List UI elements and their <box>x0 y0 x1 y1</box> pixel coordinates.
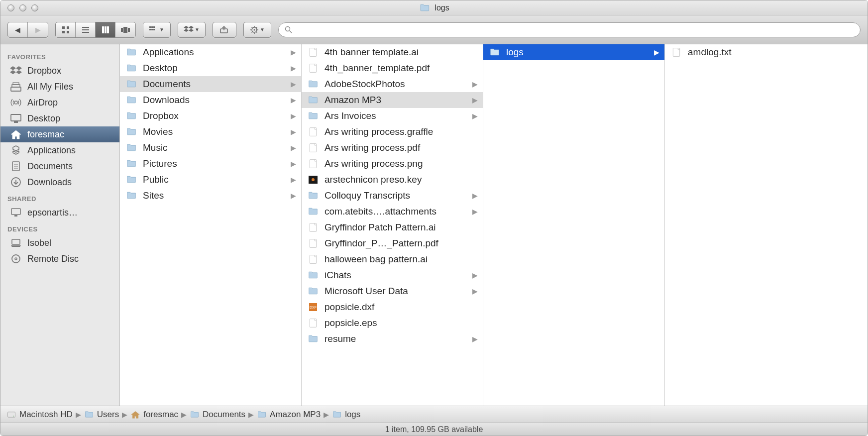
column-item[interactable]: logs▶ <box>483 44 664 60</box>
sidebar-item[interactable]: Isobel <box>0 235 119 251</box>
column-item[interactable]: Ars writing process.png <box>302 156 483 172</box>
column-item[interactable]: Movies▶ <box>120 124 301 140</box>
file-icon <box>125 174 138 185</box>
search-input[interactable] <box>296 25 854 34</box>
sidebar-item-label: Documents <box>27 161 73 172</box>
column-item[interactable]: Ars writing process.graffle <box>302 124 483 140</box>
path-segment[interactable]: Macintosh HD <box>6 410 73 420</box>
chevron-right-icon: ▶ <box>291 112 296 120</box>
column-item[interactable]: Ars writing process.pdf <box>302 140 483 156</box>
column-item[interactable]: resume▶ <box>302 331 483 347</box>
back-button[interactable]: ◀ <box>8 22 28 37</box>
sidebar-item[interactable]: Dropbox <box>0 63 119 79</box>
svg-line-29 <box>252 27 253 28</box>
finder-window: logs ◀ ▶ ▼ ▼ ▼ FAVORITESDrop <box>0 0 868 436</box>
arrange-button[interactable]: ▼ <box>143 22 171 38</box>
column-view-button[interactable] <box>96 22 115 37</box>
svg-point-50 <box>15 258 17 260</box>
titlebar[interactable]: logs <box>0 0 868 15</box>
chevron-right-icon: ▶ <box>291 128 296 136</box>
column-item[interactable]: Applications▶ <box>120 44 301 60</box>
svg-rect-40 <box>14 121 18 123</box>
column-item[interactable]: Sites▶ <box>120 188 301 204</box>
icon-view-button[interactable] <box>56 22 76 37</box>
path-segment[interactable]: foresmac <box>130 410 178 420</box>
column-item[interactable]: Microsoft User Data▶ <box>302 283 483 299</box>
column-item[interactable]: Pictures▶ <box>120 156 301 172</box>
path-segment[interactable]: Amazon MP3 <box>257 410 321 420</box>
path-bar[interactable]: Macintosh HD▶Users▶foresmac▶Documents▶Am… <box>0 406 868 423</box>
sidebar-item[interactable]: Documents <box>0 158 119 174</box>
item-label: Microsoft User Data <box>325 286 467 297</box>
column-item[interactable]: amdlog.txt <box>665 44 847 60</box>
column-item[interactable]: Public▶ <box>120 172 301 188</box>
search-field[interactable] <box>278 22 861 37</box>
column[interactable]: amdlog.txt <box>665 44 847 406</box>
column-item[interactable]: Dropbox▶ <box>120 108 301 124</box>
item-label: Documents <box>143 79 286 90</box>
sidebar[interactable]: FAVORITESDropboxAll My FilesAirDropDeskt… <box>0 44 120 406</box>
column-item[interactable]: Gryffindor_P…_Pattern.pdf <box>302 235 483 251</box>
share-button[interactable] <box>213 22 236 38</box>
column-item[interactable]: halloween bag pattern.ai <box>302 251 483 267</box>
item-label: Gryffindor Patch Pattern.ai <box>325 222 478 233</box>
column-item[interactable]: 4th banner template.ai <box>302 44 483 60</box>
close-button[interactable] <box>7 4 14 11</box>
chevron-right-icon: ▶ <box>472 335 478 343</box>
sidebar-item[interactable]: Downloads <box>0 174 119 190</box>
sidebar-item[interactable]: All My Files <box>0 79 119 95</box>
item-label: Ars Invoices <box>325 110 467 121</box>
docs-icon <box>9 161 22 172</box>
sidebar-item[interactable]: Applications <box>0 142 119 158</box>
path-label: Amazon MP3 <box>270 410 321 420</box>
path-icon <box>130 410 140 419</box>
column[interactable]: Applications▶Desktop▶Documents▶Downloads… <box>120 44 302 406</box>
column-item[interactable]: Colloquy Transcripts▶ <box>302 188 483 204</box>
sidebar-item[interactable]: foresmac <box>0 126 119 142</box>
sidebar-item[interactable]: AirDrop <box>0 95 119 110</box>
svg-point-24 <box>254 29 255 30</box>
sidebar-item[interactable]: epsonartis… <box>0 205 119 220</box>
column-item[interactable]: Documents▶ <box>120 76 301 92</box>
svg-rect-13 <box>121 28 123 32</box>
action-button[interactable]: ▼ <box>243 22 271 38</box>
folder-icon <box>419 3 431 13</box>
sidebar-item[interactable]: Remote Disc <box>0 251 119 267</box>
svg-rect-12 <box>107 26 109 33</box>
column-item[interactable]: Downloads▶ <box>120 92 301 108</box>
sidebar-item[interactable]: Desktop <box>0 110 119 126</box>
column-item[interactable]: AdobeStockPhotos▶ <box>302 76 483 92</box>
file-icon <box>307 190 320 201</box>
item-label: com.atebits….attachments <box>325 206 467 217</box>
svg-rect-48 <box>12 239 20 244</box>
column[interactable]: 4th banner template.ai4th_banner_templat… <box>302 44 483 406</box>
column-item[interactable]: Ars Invoices▶ <box>302 108 483 124</box>
column-item[interactable]: arstechnicon preso.key <box>302 172 483 188</box>
svg-rect-6 <box>67 31 69 33</box>
column-item[interactable]: Gryffindor Patch Pattern.ai <box>302 219 483 235</box>
svg-rect-4 <box>67 26 69 29</box>
minimize-button[interactable] <box>19 4 26 11</box>
column-item[interactable]: Desktop▶ <box>120 60 301 76</box>
path-segment[interactable]: Users <box>84 410 119 420</box>
column-item[interactable]: Amazon MP3▶ <box>302 92 483 108</box>
column-item[interactable]: iChats▶ <box>302 267 483 283</box>
chevron-right-icon: ▶ <box>654 48 659 56</box>
path-segment[interactable]: logs <box>332 410 360 420</box>
status-text: 1 item, 109.95 GB available <box>385 425 483 434</box>
column-item[interactable]: com.atebits….attachments▶ <box>302 204 483 219</box>
column-item[interactable]: popsicle.eps <box>302 315 483 331</box>
coverflow-view-button[interactable] <box>115 22 135 37</box>
dropbox-button[interactable]: ▼ <box>178 22 206 38</box>
column-item[interactable]: DXFpopsicle.dxf <box>302 299 483 315</box>
list-view-button[interactable] <box>76 22 96 37</box>
column-item[interactable]: 4th_banner_template.pdf <box>302 60 483 76</box>
path-icon <box>84 410 94 419</box>
path-segment[interactable]: Documents <box>190 410 245 420</box>
forward-button[interactable]: ▶ <box>28 22 48 37</box>
zoom-button[interactable] <box>31 4 38 11</box>
file-icon <box>125 142 138 153</box>
sidebar-item-label: AirDrop <box>27 98 58 108</box>
column[interactable]: logs▶ <box>483 44 665 406</box>
column-item[interactable]: Music▶ <box>120 140 301 156</box>
